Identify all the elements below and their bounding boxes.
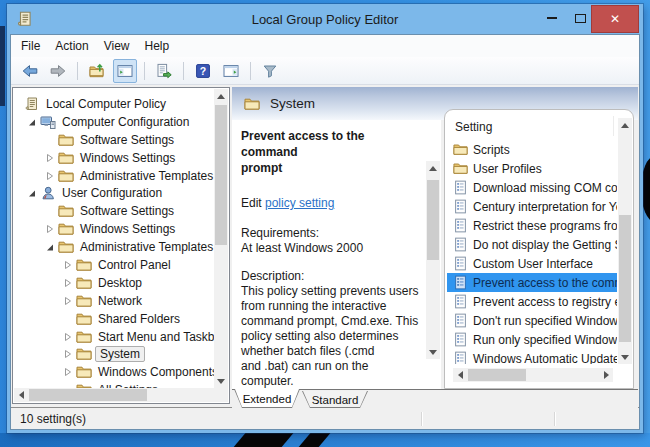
toolbar-separator [77,62,78,80]
toolbar [11,57,639,85]
menu-help[interactable]: Help [145,39,170,53]
tree-horizontal-scrollbar[interactable] [14,388,228,402]
export-list-button[interactable] [152,59,176,83]
expander-expanded-icon[interactable] [42,242,58,252]
computer-icon [40,114,56,130]
tab-standard[interactable]: Standard [302,391,368,408]
toolbar-separator [144,62,145,80]
scroll-down-button[interactable] [426,345,440,359]
scrollbar-thumb[interactable] [29,389,147,401]
menu-view[interactable]: View [104,39,130,53]
scrollbar-thumb[interactable] [468,369,526,381]
show-action-pane-button[interactable] [219,59,243,83]
list-item-run-only-specified[interactable]: Run only specified Windows applications [447,330,617,349]
list-item-dont-run-specified[interactable]: Don't run specified Windows applications [447,311,617,330]
tree-item-control-panel[interactable]: Control Panel [14,256,214,274]
tree-item-system[interactable]: System [14,345,214,363]
forward-button[interactable] [46,59,70,83]
scrollbar-thumb[interactable] [427,180,439,260]
expander-collapsed-icon[interactable] [60,260,76,270]
up-one-level-button[interactable] [85,59,109,83]
scroll-left-button[interactable] [453,368,467,382]
folder-icon [58,239,74,255]
expander-collapsed-icon[interactable] [42,171,58,181]
list-item-restrict-these-programs[interactable]: Restrict these programs from being launc… [447,216,617,235]
forward-icon [50,63,66,79]
menu-action[interactable]: Action [55,39,88,53]
folder-icon [76,364,92,380]
list-item-windows-automatic-updates[interactable]: Windows Automatic Updates [447,349,617,364]
tree-item-shared-folders[interactable]: Shared Folders [14,310,214,328]
list-item-user-profiles[interactable]: User Profiles [447,159,617,178]
scrollbar-thumb[interactable] [215,105,227,245]
list-item-label: Run only specified Windows applications [473,333,617,347]
scroll-down-button[interactable] [618,350,632,364]
list-item-prevent-access-registry[interactable]: Prevent access to registry editing tools [447,292,617,311]
tree-item-all-settings[interactable]: All Settings [14,381,214,388]
help-button[interactable] [191,59,215,83]
expander-expanded-icon[interactable] [24,188,40,198]
tab-extended[interactable]: Extended [234,389,300,408]
tree-item-software-settings[interactable]: Software Settings [14,202,214,220]
minimize-button[interactable] [541,4,563,32]
expander-collapsed-icon[interactable] [60,367,76,377]
expander-collapsed-icon[interactable] [42,224,58,234]
list-item-label: Prevent access to registry editing tools [473,295,617,309]
tree-item-label-selected: System [95,346,145,362]
tree-item-desktop[interactable]: Desktop [14,274,214,292]
tree-item-windows-settings[interactable]: Windows Settings [14,220,214,238]
scroll-down-button[interactable] [214,374,228,388]
list-item-label: User Profiles [473,162,542,176]
folder-icon [58,203,74,219]
show-console-tree-button[interactable] [113,59,137,83]
tree-item-start-menu-and-taskbar[interactable]: Start Menu and Taskbar [14,328,214,346]
scroll-right-button[interactable] [599,368,613,382]
scroll-up-button[interactable] [618,118,632,132]
setting-icon [453,351,468,364]
tree-item-windows-settings[interactable]: Windows Settings [14,149,214,167]
tree-item-software-settings[interactable]: Software Settings [14,131,214,149]
edit-policy-setting-link[interactable]: policy setting [265,196,334,210]
title-bar[interactable]: Local Group Policy Editor ✕ [7,4,643,34]
expander-collapsed-icon[interactable] [42,153,58,163]
list-item-scripts[interactable]: Scripts [447,140,617,159]
maximize-button[interactable] [569,4,591,32]
minimize-icon [547,17,557,19]
arrow-down-icon [621,355,629,360]
tree-item-local-computer-policy[interactable]: Local Computer Policy [14,95,214,113]
column-header-setting[interactable]: Setting [455,116,492,138]
close-button[interactable]: ✕ [591,5,639,33]
folder-icon [76,293,92,309]
expander-collapsed-icon[interactable] [60,332,76,342]
description-vertical-scrollbar[interactable] [426,161,440,359]
list-item-do-not-display-getting-started[interactable]: Do not display the Getting Started welco… [447,235,617,254]
action-pane-icon [223,63,239,79]
folder-icon [58,221,74,237]
back-button[interactable] [18,59,42,83]
scroll-up-button[interactable] [214,89,228,103]
list-item-download-missing-com[interactable]: Download missing COM components [447,178,617,197]
tree-item-administrative-templates[interactable]: Administrative Templates [14,167,214,185]
scrollbar-thumb[interactable] [619,215,631,342]
folder-icon [76,346,92,362]
menu-file[interactable]: File [21,39,40,53]
expander-collapsed-icon[interactable] [60,278,76,288]
list-vertical-scrollbar[interactable] [618,118,632,364]
tree-vertical-scrollbar[interactable] [214,89,228,388]
list-item-custom-user-interface[interactable]: Custom User Interface [447,254,617,273]
list-item-century-interpretation[interactable]: Century interpretation for Year 2000 [447,197,617,216]
list-item-prevent-access-command-prompt-selected[interactable]: Prevent access to the command prompt [447,273,617,292]
scroll-up-button[interactable] [426,161,440,175]
filter-button[interactable] [258,59,282,83]
tree-item-computer-configuration[interactable]: Computer Configuration [14,113,214,131]
list-horizontal-scrollbar[interactable] [453,368,613,382]
tree-item-windows-components[interactable]: Windows Components [14,363,214,381]
setting-icon [453,237,468,252]
expander-expanded-icon[interactable] [24,117,40,127]
tree-item-administrative-templates[interactable]: Administrative Templates [14,238,214,256]
scroll-left-button[interactable] [14,388,28,402]
tree-item-user-configuration[interactable]: User Configuration [14,184,214,202]
tree-item-network[interactable]: Network [14,292,214,310]
expander-collapsed-icon[interactable] [60,349,76,359]
expander-collapsed-icon[interactable] [60,296,76,306]
